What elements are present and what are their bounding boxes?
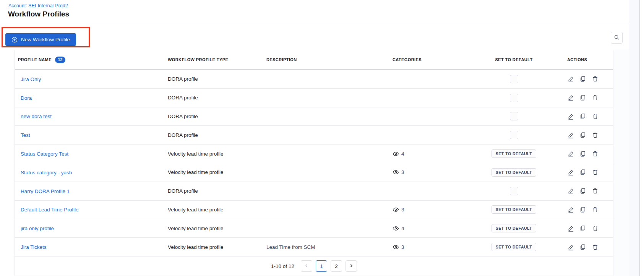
table-body: Jira Only DORA profile [15, 70, 613, 257]
search-button[interactable] [611, 32, 623, 44]
profile-name-link[interactable]: new dora test [21, 114, 52, 119]
copy-button[interactable] [579, 244, 586, 250]
set-to-default-badge[interactable] [510, 112, 518, 120]
profile-name-cell: Jira Tickets [15, 244, 168, 250]
edit-button[interactable] [567, 94, 574, 101]
set-to-default-badge[interactable] [510, 94, 518, 102]
set-to-default-cell: SET TO DEFAULT [470, 243, 557, 251]
pagination-next-button[interactable] [346, 260, 357, 272]
profile-name-link[interactable]: Harry DORA Profile 1 [21, 188, 70, 194]
chevron-right-icon [349, 263, 354, 269]
profile-name-link[interactable]: Status Category Test [21, 151, 68, 157]
copy-button[interactable] [579, 113, 586, 120]
row-count-badge: 12 [55, 57, 65, 63]
pagination-page-1-button[interactable]: 1 [316, 260, 327, 272]
copy-button[interactable] [579, 94, 586, 101]
delete-button[interactable] [592, 169, 599, 176]
set-to-default-badge[interactable] [510, 75, 518, 83]
account-breadcrumb[interactable]: Account: SEI-Internal-Prod2 [8, 3, 68, 8]
edit-icon [568, 188, 574, 194]
copy-icon [580, 132, 586, 138]
edit-icon [568, 244, 574, 250]
edit-button[interactable] [567, 76, 574, 83]
copy-button[interactable] [579, 132, 586, 138]
profile-name-link[interactable]: Status category - yash [21, 170, 72, 175]
set-to-default-badge[interactable]: SET TO DEFAULT [492, 205, 536, 214]
delete-button[interactable] [592, 150, 599, 157]
column-header-categories[interactable]: Categories [370, 57, 470, 62]
edit-button[interactable] [567, 206, 574, 213]
delete-button[interactable] [592, 225, 599, 232]
column-header-type[interactable]: Workflow Profile Type [168, 57, 266, 62]
profile-name-link[interactable]: jira only profile [21, 226, 54, 231]
edit-button[interactable] [567, 113, 574, 120]
delete-button[interactable] [592, 206, 599, 213]
delete-button[interactable] [592, 94, 599, 101]
profile-name-link[interactable]: Test [21, 132, 30, 138]
copy-button[interactable] [579, 76, 586, 83]
eye-icon[interactable] [393, 169, 399, 175]
table-row: Default Lead Time Profile Velocity lead … [15, 201, 613, 219]
actions-cell [557, 188, 614, 195]
column-header-set-to-default[interactable]: Set to Default [470, 57, 557, 62]
copy-button[interactable] [579, 206, 586, 213]
copy-icon [580, 151, 586, 157]
eye-icon[interactable] [393, 225, 399, 232]
edit-button[interactable] [567, 169, 574, 176]
column-header-profile-name[interactable]: Profile Name 12 [15, 57, 168, 63]
set-to-default-badge[interactable] [510, 131, 518, 139]
categories-count: 4 [401, 226, 404, 231]
copy-button[interactable] [579, 150, 586, 157]
edit-icon [568, 151, 574, 157]
actions-cell [557, 76, 614, 83]
set-to-default-badge[interactable]: SET TO DEFAULT [492, 224, 536, 232]
set-to-default-cell: SET TO DEFAULT [470, 205, 557, 214]
new-workflow-profile-button[interactable]: New Workflow Profile [5, 33, 76, 46]
profile-name-link[interactable]: Default Lead Time Profile [21, 207, 79, 213]
edit-icon [568, 206, 574, 213]
profile-description-cell: Lead Time from SCM [266, 244, 370, 250]
delete-button[interactable] [592, 132, 599, 138]
delete-button[interactable] [592, 188, 599, 195]
set-to-default-badge[interactable]: SET TO DEFAULT [492, 243, 536, 251]
eye-icon[interactable] [393, 206, 399, 213]
set-to-default-badge[interactable] [510, 187, 518, 195]
profile-name-cell: jira only profile [15, 225, 168, 232]
pagination-page-2-button[interactable]: 2 [331, 260, 342, 272]
profile-type-cell: DORA profile [168, 188, 266, 194]
profile-name-header-label: Profile Name [18, 57, 52, 62]
profile-name-link[interactable]: Dora [21, 95, 32, 101]
copy-button[interactable] [579, 169, 586, 176]
edit-icon [568, 113, 574, 120]
profile-name-link[interactable]: Jira Tickets [21, 244, 47, 250]
eye-icon[interactable] [393, 151, 399, 157]
delete-button[interactable] [592, 76, 599, 83]
eye-icon[interactable] [393, 244, 399, 250]
header-divider [0, 24, 629, 24]
set-to-default-badge[interactable]: SET TO DEFAULT [492, 149, 536, 158]
actions-cell [557, 225, 614, 232]
delete-icon [592, 188, 599, 194]
set-to-default-cell: SET TO DEFAULT [470, 149, 557, 158]
edit-button[interactable] [567, 150, 574, 157]
column-header-description[interactable]: Description [266, 57, 370, 62]
delete-icon [592, 244, 599, 250]
new-workflow-profile-label: New Workflow Profile [21, 37, 70, 42]
table-row: Status Category Test Velocity lead time … [15, 144, 613, 163]
pagination-prev-button[interactable] [301, 260, 312, 272]
profile-name-link[interactable]: Jira Only [21, 76, 41, 82]
search-icon [614, 34, 620, 41]
table-row: Status category - yash Velocity lead tim… [15, 163, 613, 182]
edit-button[interactable] [567, 244, 574, 250]
edit-button[interactable] [567, 225, 574, 232]
copy-button[interactable] [579, 225, 586, 232]
set-to-default-cell: SET TO DEFAULT [470, 168, 557, 177]
set-to-default-badge[interactable]: SET TO DEFAULT [492, 168, 536, 177]
delete-button[interactable] [592, 113, 599, 120]
edit-button[interactable] [567, 132, 574, 138]
delete-button[interactable] [592, 244, 599, 250]
copy-button[interactable] [579, 188, 586, 195]
profile-name-cell: Dora [15, 94, 168, 101]
edit-button[interactable] [567, 188, 574, 195]
delete-icon [592, 151, 599, 157]
